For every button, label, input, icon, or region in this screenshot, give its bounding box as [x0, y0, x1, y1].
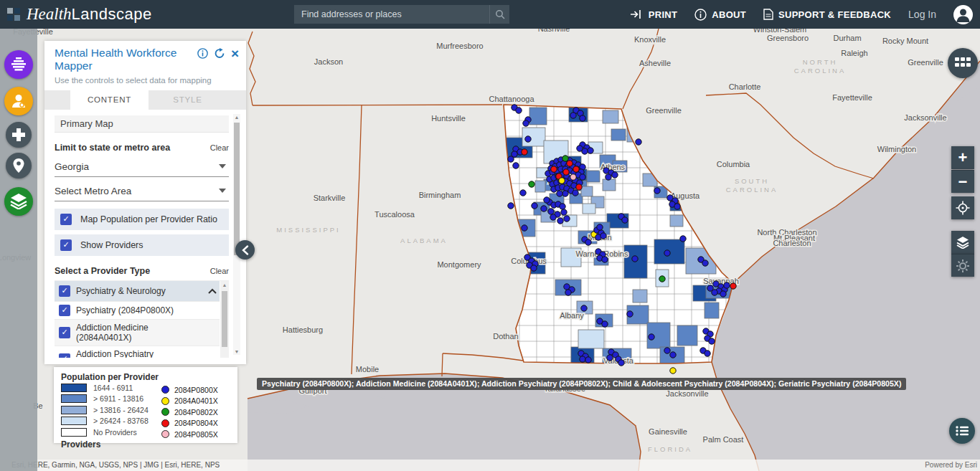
scrollbar-thumb[interactable]	[222, 291, 227, 347]
provider-dot[interactable]	[557, 191, 562, 196]
layers-button[interactable]	[951, 231, 974, 254]
provider-dot[interactable]	[567, 161, 573, 166]
search-button[interactable]	[489, 5, 509, 24]
metro-select[interactable]: Select Metro Area	[55, 181, 229, 201]
provider-dot[interactable]	[551, 166, 557, 172]
zoom-in-button[interactable]: +	[951, 146, 974, 169]
panel-info-icon[interactable]	[197, 48, 208, 59]
provider-dot[interactable]	[606, 174, 611, 180]
provider-dot[interactable]	[565, 290, 571, 295]
provider-dot[interactable]	[581, 305, 587, 311]
county-shape[interactable]	[633, 290, 647, 303]
chevron-up-icon[interactable]	[208, 286, 217, 296]
provider-dot[interactable]	[720, 291, 726, 297]
provider-item-row[interactable]: ✓Psychiatry (2084P0800X)	[55, 302, 220, 320]
legend-toggle-button[interactable]	[949, 418, 975, 444]
provider-type-clear-link[interactable]: Clear	[210, 267, 229, 275]
provider-checkbox[interactable]: ✓	[59, 327, 70, 338]
provider-dot[interactable]	[532, 203, 537, 209]
search-input[interactable]	[294, 5, 489, 24]
provider-dot[interactable]	[561, 209, 567, 215]
search-box[interactable]	[294, 5, 509, 24]
provider-dot[interactable]	[664, 348, 670, 353]
support-feedback-button[interactable]: SUPPORT & FEEDBACK	[763, 9, 891, 20]
provider-dot[interactable]	[585, 239, 591, 245]
provider-dot[interactable]	[562, 191, 568, 196]
provider-dot[interactable]	[654, 188, 660, 194]
provider-dot[interactable]	[622, 217, 628, 223]
provider-dot[interactable]	[522, 225, 527, 231]
print-button[interactable]: PRINT	[630, 9, 678, 20]
provider-dot[interactable]	[702, 260, 708, 266]
provider-dot[interactable]	[602, 257, 608, 262]
provider-dot[interactable]	[670, 352, 676, 358]
scroll-down-icon[interactable]: ▼	[233, 349, 240, 354]
limit-clear-link[interactable]: Clear	[210, 143, 229, 152]
location-tool-button[interactable]	[6, 153, 32, 179]
provider-dot[interactable]	[724, 282, 730, 288]
brand-logo[interactable]: HealthLandscape	[7, 5, 152, 24]
provider-dot[interactable]	[577, 146, 583, 151]
provider-item-row[interactable]: ✓Addiction Medicine (2084A0401X)	[55, 320, 220, 346]
provider-dot[interactable]	[632, 256, 638, 262]
provider-dot[interactable]	[707, 285, 713, 291]
scroll-up-icon[interactable]: ▲	[233, 115, 240, 120]
provider-dot[interactable]	[523, 120, 529, 126]
provider-dot[interactable]	[513, 163, 519, 168]
provider-dot[interactable]	[560, 204, 565, 209]
zoom-out-button[interactable]: −	[951, 170, 974, 193]
ratio-checkbox[interactable]: ✓	[60, 214, 72, 225]
provider-dot[interactable]	[674, 204, 680, 209]
panel-refresh-icon[interactable]	[214, 48, 225, 59]
provider-dot[interactable]	[627, 311, 633, 317]
provider-group-row[interactable]: ✓Psychiatry & Neurology	[55, 281, 220, 302]
provider-dot[interactable]	[544, 197, 550, 203]
provider-dot[interactable]	[580, 115, 585, 121]
county-shape[interactable]	[587, 171, 600, 182]
demographics-tool-button[interactable]	[4, 50, 33, 79]
county-shape[interactable]	[677, 325, 697, 346]
provider-dot[interactable]	[576, 184, 582, 190]
provider-dot[interactable]	[612, 172, 618, 178]
provider-dot[interactable]	[680, 236, 686, 242]
provider-dot[interactable]	[664, 250, 670, 256]
provider-dot[interactable]	[602, 321, 608, 327]
county-shape[interactable]	[670, 215, 683, 227]
show-providers-toggle-row[interactable]: ✓ Show Providers	[55, 234, 229, 256]
log-in-link[interactable]: Log In	[908, 9, 936, 20]
provider-dot[interactable]	[597, 224, 603, 230]
provider-dot[interactable]	[709, 338, 715, 344]
provider-dot[interactable]	[508, 156, 514, 162]
provider-dot[interactable]	[564, 216, 570, 222]
settings-button[interactable]	[951, 254, 974, 277]
scroll-up-icon[interactable]: ▲	[220, 282, 229, 287]
provider-dot[interactable]	[649, 334, 654, 340]
provider-dot[interactable]	[563, 169, 569, 175]
show-providers-checkbox[interactable]: ✓	[60, 239, 72, 251]
provider-dot[interactable]	[600, 233, 606, 239]
provider-checkbox[interactable]: ✓	[59, 285, 70, 297]
provider-dot[interactable]	[559, 178, 565, 184]
county-shape[interactable]	[583, 204, 595, 214]
provider-dot[interactable]	[585, 357, 591, 363]
county-shape[interactable]	[603, 179, 616, 191]
ratio-toggle-row[interactable]: ✓ Map Population per Provider Ratio	[55, 209, 229, 230]
provider-item-row[interactable]: ✓Addiction Psychiatry (2084P0802X)	[55, 346, 220, 358]
provider-dot[interactable]	[529, 181, 534, 187]
layers-tool-button[interactable]	[4, 187, 33, 216]
provider-tool-button[interactable]	[4, 87, 33, 115]
provider-dot[interactable]	[573, 190, 578, 196]
provider-checkbox[interactable]: ✓	[59, 305, 70, 316]
panel-close-icon[interactable]: ×	[231, 49, 239, 59]
provider-dot[interactable]	[522, 149, 527, 155]
provider-dot[interactable]	[607, 355, 613, 361]
panel-collapse-button[interactable]	[235, 240, 255, 260]
provider-dot[interactable]	[562, 156, 568, 161]
county-shape[interactable]	[578, 330, 604, 348]
provider-dot[interactable]	[580, 356, 585, 362]
provider-dot[interactable]	[636, 139, 641, 145]
tab-content[interactable]: CONTENT	[70, 90, 149, 110]
provider-checkbox[interactable]: ✓	[59, 353, 70, 358]
health-data-tool-button[interactable]	[6, 122, 32, 148]
account-button[interactable]	[953, 5, 973, 24]
